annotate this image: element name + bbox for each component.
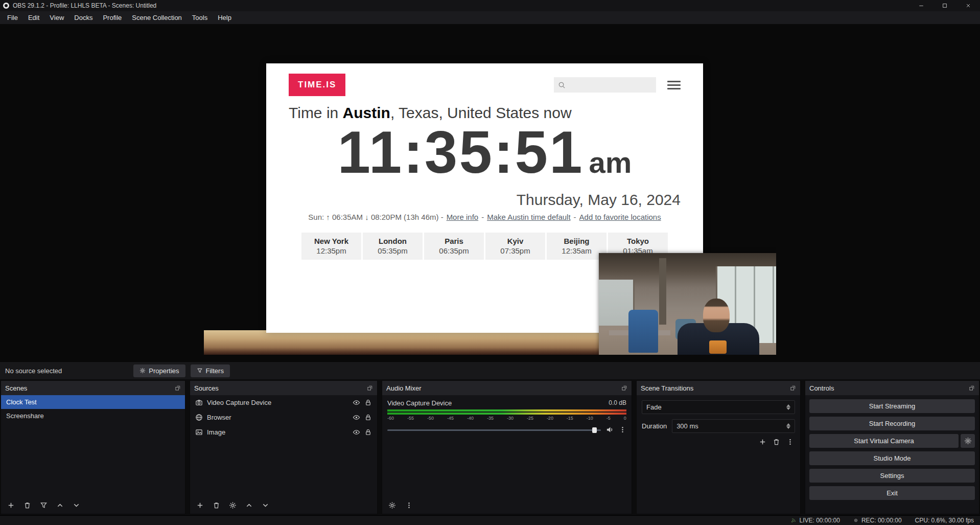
source-properties-button[interactable] [229,501,237,509]
world-clock-beijing: Beijing12:35am [547,233,606,260]
menu-file[interactable]: File [2,11,23,24]
maximize-button[interactable] [933,0,956,11]
studio-mode-button[interactable]: Studio Mode [809,451,975,465]
source-item-browser[interactable]: Browser [190,410,377,425]
meter-scale: -60-55-50-45-40-35-30-25-20-15-10-50 [387,416,626,422]
blue-chair [628,310,658,353]
exit-button[interactable]: Exit [809,486,975,500]
orange-object [709,340,727,354]
clock-ampm: am [589,147,632,178]
move-scene-down-button[interactable] [73,501,80,509]
timeis-logo: TIME.IS [289,74,345,96]
timeis-sun-line: Sun: ↑ 06:35AM ↓ 08:20PM (13h 46m) - Mor… [266,213,703,221]
window-controls [909,0,980,11]
world-clock-newyork: New York12:35pm [301,233,361,260]
filter-icon [197,368,203,374]
popout-icon[interactable] [175,385,181,391]
add-scene-button[interactable] [7,501,15,509]
statusbar: LIVE: 00:00:00 REC: 00:00:00 CPU: 0.6%, … [0,515,980,525]
sources-dock-title: Sources [194,384,219,392]
rec-status: REC: 00:00:00 [853,517,902,524]
source-toolbar: No source selected Properties Filters [0,361,980,379]
source-status-text: No source selected [5,367,62,375]
scenes-dock: Scenes Clock Test Screenshare [1,380,185,514]
timeis-date: Thursday, May 16, 2024 [266,191,703,209]
lock-icon[interactable] [364,399,372,406]
source-item-image[interactable]: Image [190,425,377,440]
obs-logo-icon [3,3,9,9]
remove-transition-button[interactable] [773,438,780,446]
volume-slider-handle[interactable] [592,427,597,433]
world-clock-kyiv: Kyiv07:35pm [485,233,545,260]
timeis-header: TIME.IS [266,63,703,96]
record-dot-icon [853,518,858,523]
add-transition-button[interactable] [759,438,766,446]
add-source-button[interactable] [196,501,204,509]
duration-spinbox[interactable]: 300 ms [672,419,795,433]
popout-icon[interactable] [969,385,975,391]
move-scene-up-button[interactable] [56,501,64,509]
popout-icon[interactable] [621,385,627,391]
remove-source-button[interactable] [213,501,220,509]
move-source-up-button[interactable] [245,501,253,509]
mixer-toolbar [382,496,419,514]
menu-profile[interactable]: Profile [98,11,127,24]
scenes-dock-title: Scenes [5,384,27,392]
gear-icon [139,368,146,374]
minimize-button[interactable] [909,0,933,11]
stream-signal-icon [791,518,796,523]
properties-button[interactable]: Properties [133,364,185,377]
menu-docks[interactable]: Docks [69,11,98,24]
scene-filters-button[interactable] [40,501,48,509]
visibility-eye-icon[interactable] [353,428,360,436]
channel-options-kebab-icon[interactable] [619,426,626,433]
menu-tools[interactable]: Tools [187,11,213,24]
scene-item-clock-test[interactable]: Clock Test [1,395,185,409]
filters-button[interactable]: Filters [191,364,230,377]
controls-title: Controls [809,384,834,392]
obs-window: OBS 29.1.2 - Profile: LLHLS BETA - Scene… [0,0,980,525]
menubar: File Edit View Docks Profile Scene Colle… [0,11,980,25]
image-icon [195,428,203,436]
globe-icon [195,414,203,421]
mixer-options-kebab-icon[interactable] [405,501,413,509]
more-info-link: More info [447,213,479,221]
transition-options-kebab-icon[interactable] [786,438,794,446]
office-pillar [659,258,666,325]
select-arrows-icon [786,404,790,410]
remove-scene-button[interactable] [24,501,31,509]
move-source-down-button[interactable] [262,501,269,509]
menu-help[interactable]: Help [213,11,237,24]
lock-icon[interactable] [364,428,372,436]
menu-scene-collection[interactable]: Scene Collection [127,11,187,24]
source-item-video-capture[interactable]: Video Capture Device [190,395,377,410]
audio-mixer-dock: Audio Mixer Video Capture Device 0.0 dB … [382,380,632,514]
camera-icon [195,399,203,406]
popout-icon[interactable] [790,385,796,391]
close-button[interactable] [956,0,980,11]
preview-area[interactable]: TIME.IS Time in Austin, Texas, United St… [0,25,980,361]
visibility-eye-icon[interactable] [353,414,360,421]
world-clock-london: London05:35pm [363,233,423,260]
clock-digits: 11:35:51 [338,122,584,184]
menu-edit[interactable]: Edit [23,11,44,24]
mixer-channel-name: Video Capture Device [387,399,452,407]
popout-icon[interactable] [367,385,373,391]
scene-item-screenshare[interactable]: Screenshare [1,409,185,423]
lock-icon[interactable] [364,414,372,421]
menu-view[interactable]: View [44,11,69,24]
webcam-source [599,253,776,355]
settings-button[interactable]: Settings [809,469,975,483]
visibility-eye-icon[interactable] [353,399,360,406]
advanced-audio-gear-icon[interactable] [388,501,396,509]
start-virtual-camera-button[interactable]: Start Virtual Camera [809,434,959,448]
scenes-toolbar [1,496,185,514]
dock-area: Scenes Clock Test Screenshare Sources [0,379,980,515]
volume-slider[interactable] [387,427,601,433]
mute-speaker-icon[interactable] [606,426,614,433]
transition-select[interactable]: Fade [642,400,795,414]
start-recording-button[interactable]: Start Recording [809,417,975,430]
start-streaming-button[interactable]: Start Streaming [809,399,975,413]
program-canvas[interactable]: TIME.IS Time in Austin, Texas, United St… [204,31,776,355]
virtual-camera-settings-gear-icon[interactable] [961,434,975,448]
